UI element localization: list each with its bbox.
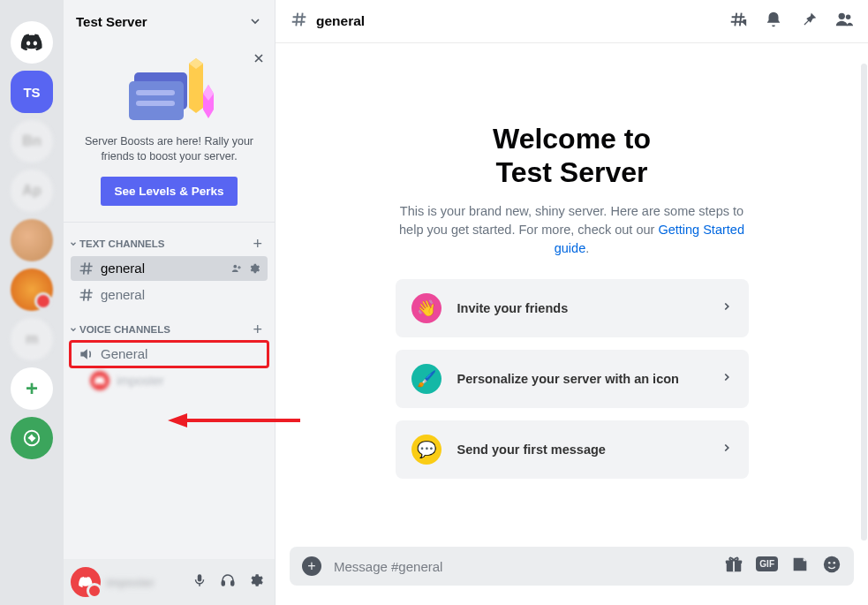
svg-rect-3	[136, 90, 175, 95]
avatar[interactable]	[71, 567, 101, 597]
sticker-icon[interactable]	[790, 555, 810, 578]
chevron-right-icon	[721, 371, 733, 387]
voice-user-name: imposter	[117, 374, 164, 388]
add-voice-channel-button[interactable]: +	[253, 321, 266, 339]
category-toggle[interactable]: VOICE CHANNELS	[69, 324, 170, 335]
svg-rect-4	[136, 101, 175, 106]
server-header[interactable]: Test Server	[64, 0, 275, 42]
deafen-button[interactable]	[216, 569, 239, 595]
channel-general[interactable]: general	[71, 256, 268, 281]
chevron-right-icon	[721, 442, 733, 458]
server-test-server[interactable]: TS	[11, 71, 53, 113]
boost-illustration	[76, 57, 262, 125]
category-toggle[interactable]: TEXT CHANNELS	[69, 238, 164, 249]
add-server-button[interactable]: +	[11, 367, 53, 410]
voice-channel-general[interactable]: General	[71, 342, 268, 367]
add-text-channel-button[interactable]: +	[253, 235, 266, 253]
welcome-description: This is your brand new, shiny server. He…	[387, 202, 758, 258]
svg-point-5	[233, 265, 237, 268]
message-input[interactable]	[334, 559, 712, 574]
boost-banner: Server Boosts are here! Rally your frien…	[64, 42, 275, 223]
username: imposter	[106, 576, 183, 589]
hash-icon	[290, 10, 309, 33]
svg-rect-6	[198, 574, 202, 581]
card-invite-friends[interactable]: 👋 Invite your friends	[396, 279, 749, 337]
svg-rect-8	[231, 581, 234, 586]
server-item[interactable]: m	[11, 318, 53, 360]
notifications-icon[interactable]	[764, 10, 783, 33]
chat-icon: 💬	[411, 435, 442, 465]
svg-rect-13	[733, 560, 735, 571]
welcome-heading: Welcome toTest Server	[493, 122, 651, 190]
channel-sidebar: Test Server Server Boo	[64, 0, 275, 605]
svg-point-9	[839, 13, 845, 19]
server-item[interactable]	[11, 219, 53, 261]
scrollbar[interactable]	[861, 64, 867, 541]
explore-button[interactable]	[11, 417, 53, 459]
members-icon[interactable]	[834, 10, 854, 33]
chevron-right-icon	[721, 300, 733, 316]
category-voice-channels: VOICE CHANNELS +	[64, 308, 275, 341]
card-first-message[interactable]: 💬 Send your first message	[396, 420, 749, 479]
message-composer: + GIF	[290, 547, 854, 586]
channel-general-2[interactable]: general	[71, 283, 268, 307]
server-item[interactable]: Bn	[11, 120, 53, 163]
user-settings-button[interactable]	[245, 569, 268, 595]
pinned-icon[interactable]	[799, 10, 819, 33]
avatar	[90, 371, 109, 390]
channel-label: general	[101, 287, 145, 302]
svg-point-15	[828, 562, 831, 564]
close-icon[interactable]	[252, 51, 266, 69]
card-personalize[interactable]: 🖌️ Personalize your server with an icon	[396, 350, 749, 408]
user-panel: imposter	[64, 559, 275, 605]
svg-point-16	[833, 562, 835, 564]
gift-icon[interactable]	[724, 555, 743, 578]
message-area: Welcome toTest Server This is your brand…	[275, 42, 868, 547]
svg-rect-7	[222, 581, 224, 586]
channel-title: general	[316, 13, 365, 29]
gif-icon[interactable]: GIF	[756, 555, 778, 578]
server-rail: TS Bn Ap m +	[0, 0, 64, 605]
channel-header: general	[275, 0, 868, 42]
brush-icon: 🖌️	[411, 364, 442, 394]
emoji-icon[interactable]	[822, 555, 842, 578]
invite-icon: 👋	[411, 293, 442, 323]
channel-label: general	[101, 261, 145, 276]
gear-icon[interactable]	[248, 262, 260, 275]
home-button[interactable]	[11, 21, 53, 64]
threads-icon[interactable]	[728, 10, 748, 33]
invite-icon[interactable]	[230, 262, 243, 275]
chevron-down-icon	[248, 14, 262, 28]
speaker-icon	[78, 345, 95, 363]
hash-icon	[78, 260, 95, 277]
attach-button[interactable]: +	[302, 556, 321, 576]
boost-button[interactable]: See Levels & Perks	[101, 177, 238, 206]
svg-point-14	[824, 556, 840, 572]
server-item[interactable]	[11, 268, 53, 311]
mute-button[interactable]	[188, 569, 211, 595]
channel-label: General	[101, 346, 147, 361]
voice-user[interactable]: imposter	[64, 367, 275, 394]
svg-point-10	[846, 15, 851, 20]
category-text-channels: TEXT CHANNELS +	[64, 223, 275, 255]
boost-text: Server Boosts are here! Rally your frien…	[76, 134, 262, 164]
main-area: general Welcome toTest Server This is yo…	[275, 0, 868, 605]
hash-icon	[78, 286, 95, 304]
server-name: Test Server	[76, 14, 147, 29]
server-item[interactable]: Ap	[11, 170, 53, 212]
